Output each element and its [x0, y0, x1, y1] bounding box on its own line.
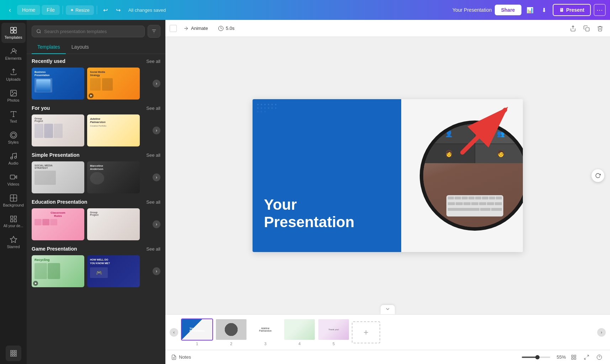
template-simple-social[interactable]: SOCIAL MEDIASTRATEGY: [32, 161, 84, 193]
fullscreen-button[interactable]: [582, 352, 592, 362]
scroll-right-game[interactable]: ›: [153, 267, 160, 275]
resize-button[interactable]: ✦ Resize: [66, 5, 94, 15]
svg-point-45: [264, 107, 266, 109]
scroll-right-foryou[interactable]: ›: [153, 127, 160, 134]
see-all-education[interactable]: See all: [146, 199, 160, 205]
styles-icon: [10, 131, 17, 139]
back-button[interactable]: ‹: [4, 4, 16, 16]
sidebar-item-styles[interactable]: Styles: [1, 128, 26, 148]
film-slide-wrap-5: Thank you! 5: [318, 318, 350, 346]
sidebar-item-videos[interactable]: Videos: [1, 170, 26, 190]
download-button[interactable]: ⬇: [539, 4, 550, 16]
filter-button[interactable]: [148, 25, 160, 38]
sidebar-item-label: Styles: [8, 140, 19, 144]
svg-rect-22: [15, 350, 16, 352]
filmstrip-num-3: 3: [249, 342, 281, 346]
sidebar-item-audio[interactable]: Audio: [1, 149, 26, 169]
notes-button[interactable]: Notes: [171, 354, 191, 360]
sidebar-item-label: Starred: [7, 245, 20, 249]
search-box[interactable]: [32, 26, 145, 37]
svg-rect-15: [10, 216, 12, 218]
template-business[interactable]: BusinessPresentation: [32, 68, 84, 100]
time-button[interactable]: 5.0s: [214, 23, 238, 33]
template-marceline[interactable]: MarcelineAnderson: [87, 161, 140, 193]
filmstrip-slide-3[interactable]: AdelinePalmarston: [249, 318, 281, 341]
see-all-game[interactable]: See all: [146, 246, 160, 252]
template-edu-group[interactable]: GroupProject: [87, 208, 140, 240]
sidebar-item-templates[interactable]: Templates: [1, 23, 26, 43]
sidebar-item-starred[interactable]: Starred: [1, 232, 26, 252]
zoom-area: 55%: [522, 352, 604, 362]
scroll-right-education[interactable]: ›: [153, 220, 160, 228]
filmstrip-scroll-left[interactable]: ‹: [170, 328, 178, 337]
svg-rect-3: [14, 31, 16, 33]
sidebar-item-uploads[interactable]: Uploads: [1, 65, 26, 85]
template-social-media[interactable]: Social MediaStrategy ▶: [87, 68, 140, 100]
section-header-foryou: For you See all: [32, 105, 160, 111]
svg-line-30: [40, 32, 41, 33]
delete-slide-button[interactable]: [594, 23, 606, 34]
template-group-project[interactable]: GroupProject: [32, 114, 84, 146]
template-classroom[interactable]: ClassroomRules: [32, 208, 84, 240]
undo-button[interactable]: ↩: [100, 4, 111, 16]
filmstrip-scroll-right[interactable]: ›: [597, 328, 606, 337]
upload-icon: [10, 68, 17, 76]
scroll-right-simple[interactable]: ›: [153, 173, 160, 181]
home-button[interactable]: Home: [17, 5, 40, 15]
share-button[interactable]: Share: [495, 5, 521, 15]
sidebar-item-label: Audio: [8, 161, 18, 165]
template-recycling[interactable]: Recycling ▶: [32, 255, 84, 287]
refresh-button[interactable]: [592, 169, 604, 182]
svg-rect-28: [15, 355, 16, 356]
see-all-foryou[interactable]: See all: [146, 106, 160, 111]
redo-button[interactable]: ↪: [113, 4, 124, 16]
collapse-toggle[interactable]: [381, 305, 395, 314]
sidebar-item-photos[interactable]: Photos: [1, 86, 26, 106]
search-input[interactable]: [44, 29, 140, 34]
present-button[interactable]: 🖥 Present: [553, 4, 591, 16]
file-button[interactable]: File: [42, 5, 60, 15]
template-how-well[interactable]: HOW WELL DOYOU KNOW ME? 🎮: [87, 255, 140, 287]
svg-point-38: [261, 104, 262, 105]
animate-button[interactable]: Animate: [180, 23, 212, 33]
slide-title: Your Presentation: [264, 196, 354, 231]
filmstrip-slide-2[interactable]: [215, 318, 247, 341]
svg-point-49: [257, 111, 259, 112]
grid-view-button[interactable]: [569, 352, 579, 362]
sidebar-item-elements[interactable]: Elements: [1, 44, 26, 64]
scroll-right-recently[interactable]: ›: [153, 80, 160, 87]
copy-slide-button[interactable]: [581, 23, 592, 34]
tab-layouts[interactable]: Layouts: [66, 41, 95, 54]
more-button[interactable]: ⋯: [594, 4, 606, 16]
slide-checkbox[interactable]: [170, 25, 177, 32]
svg-point-10: [10, 157, 12, 159]
template-palmarston[interactable]: AdelinePalmarston Creative Portfolio: [87, 114, 140, 146]
sidebar-item-text[interactable]: Text: [1, 107, 26, 127]
sidebar-item-background[interactable]: Background: [1, 191, 26, 211]
sidebar-item-label: Uploads: [6, 77, 20, 81]
template-grid-simple: SOCIAL MEDIASTRATEGY MarcelineAnderson ›: [32, 161, 160, 193]
help-button[interactable]: [594, 352, 604, 362]
slide-main[interactable]: Your Presentation: [253, 99, 523, 252]
filmstrip-slide-1[interactable]: YourPresentation: [181, 318, 213, 341]
notes-icon: [171, 354, 177, 360]
slide-canvas: Your Presentation: [165, 37, 610, 314]
zoom-slider[interactable]: [522, 357, 550, 358]
section-recently-used: Recently used See all BusinessPresentati…: [32, 58, 160, 100]
see-all-recently[interactable]: See all: [146, 59, 160, 64]
film-slide-wrap-3: AdelinePalmarston 3: [249, 318, 281, 346]
apps-icon-btn[interactable]: [6, 346, 21, 361]
section-header-game: Game Presentation See all: [32, 246, 160, 252]
filmstrip-slide-4[interactable]: [283, 318, 315, 341]
svg-line-59: [587, 355, 589, 357]
analytics-button[interactable]: 📊: [524, 4, 536, 16]
zoom-thumb[interactable]: [535, 355, 540, 359]
sidebar-item-all[interactable]: All your de...: [1, 212, 26, 231]
see-all-simple[interactable]: See all: [146, 152, 160, 158]
circle-image: 👤 👥 👩 🧑: [420, 121, 523, 231]
share-slide-button[interactable]: [567, 23, 579, 34]
add-slide-button[interactable]: +: [352, 321, 380, 343]
filmstrip-slide-5[interactable]: Thank you!: [318, 318, 350, 341]
film-slide-wrap-4: 4: [283, 318, 315, 346]
tab-templates[interactable]: Templates: [32, 41, 66, 54]
